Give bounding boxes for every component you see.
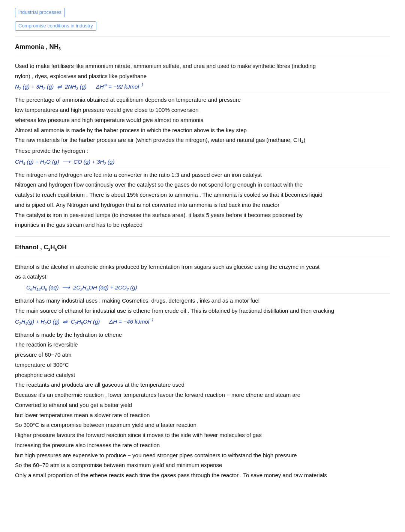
ethanol-line-2: as a catalyst (15, 272, 390, 282)
ethanol-line-3: Ethanol has many industrial uses : makin… (15, 296, 390, 306)
ethanol-line-13: but lower temperatures mean a slower rat… (15, 411, 390, 420)
ethanol-line-6: The reaction is reversible (15, 340, 390, 350)
ammonia-line-7: The raw materials for the harber process… (15, 136, 390, 146)
ethanol-line-10: The reactants and products are all gaseo… (15, 380, 390, 390)
ammonia-equation: N2 (g) + 3H2 (g) ⇌ 2NH3 (g) ΔH⊖ = −92 kJ… (15, 82, 390, 93)
ethanol-line-11: Because it's an exothermic reaction , lo… (15, 390, 390, 400)
ammonia-line-9: The nitrogen and hydrogen are fed into a… (15, 170, 390, 180)
page-container: industrial processes Compromise conditio… (15, 8, 390, 480)
compromise-tag: Compromise conditions in industry (15, 21, 96, 31)
ethanol-section: Ethanol , C2H5OH Ethanol is the alcohol … (15, 242, 390, 480)
ethanol-line-4: The main source of ethanol for industria… (15, 306, 390, 316)
ethanol-line-9: phosphoric acid catalyst (15, 371, 390, 380)
mid-divider (15, 237, 390, 237)
ethanol-line-19: Only a small proportion of the ethene re… (15, 471, 390, 480)
ammonia-line-2: nylon) , dyes, explosives and plastics l… (15, 72, 390, 81)
ethanol-line-15: Higher pressure favours the forward reac… (15, 431, 390, 440)
ethanol-line-18: So the 60−70 atm is a compromise between… (15, 461, 390, 470)
ethanol-line-5: Ethanol is made by the hydration to ethe… (15, 330, 390, 340)
ammonia-line-12: and is piped off. Any Nitrogen and hydro… (15, 200, 390, 210)
ammonia-section: Ammonia , NH3 Used to make fertilisers l… (15, 42, 390, 230)
ammonia-line-13: The catalyst is iron in pea-sized lumps … (15, 211, 390, 220)
ethanol-line-12: Converted to ethanol and you get a bette… (15, 401, 390, 410)
ammonia-line-5: whereas low pressure and high temperatur… (15, 116, 390, 125)
ethanol-equation: C2H4(g) + H2O (g) ⇌ C2H5OH (g) ΔH = −46 … (15, 317, 390, 328)
ethanol-line-8: temperature of 300°C (15, 360, 390, 370)
ammonia-line-4: low temperatures and high pressure would… (15, 105, 390, 115)
top-divider (15, 36, 390, 36)
ammonia-line-11: catalyst to reach equilibrium . There is… (15, 190, 390, 200)
ammonia-line-1: Used to make fertilisers like ammonium n… (15, 62, 390, 71)
ammonia-reaction2: CH4 (g) + H2O (g) ⟶ CO (g) + 3H2 (g) (15, 157, 390, 168)
ethanol-title: Ethanol , C2H5OH (15, 242, 390, 253)
tag-row: industrial processes (15, 8, 390, 19)
ethanol-divider (15, 257, 390, 257)
ammonia-line-8: These provide the hydrogen : (15, 146, 390, 156)
ethanol-line-16: Increasing the pressure also increases t… (15, 441, 390, 450)
ethanol-line-1: Ethanol is the alcohol in alcoholic drin… (15, 262, 390, 272)
compromise-tag-row: Compromise conditions in industry (15, 21, 390, 32)
ammonia-divider (15, 56, 390, 56)
ammonia-line-10: Nitrogen and hydrogen flow continously o… (15, 180, 390, 190)
ethanol-line-17: but high pressures are expensive to prod… (15, 451, 390, 460)
ammonia-title: Ammonia , NH3 (15, 42, 390, 52)
ammonia-line-6: Almost all ammonia is made by the haber … (15, 126, 390, 135)
ammonia-line-3: The percentage of ammonia obtained at eq… (15, 95, 390, 105)
ammonia-line-14: impurities in the gas stream and has to … (15, 220, 390, 230)
ethanol-line-7: pressure of 60−70 atm (15, 350, 390, 360)
industrial-tag: industrial processes (15, 8, 65, 17)
ethanol-fermentation: C6H12O6 (aq) ⟶ 2C2H5OH (aq) + 2CO2 (g) (26, 283, 390, 294)
ethanol-line-14: So 300°C is a compromise between maximum… (15, 420, 390, 430)
